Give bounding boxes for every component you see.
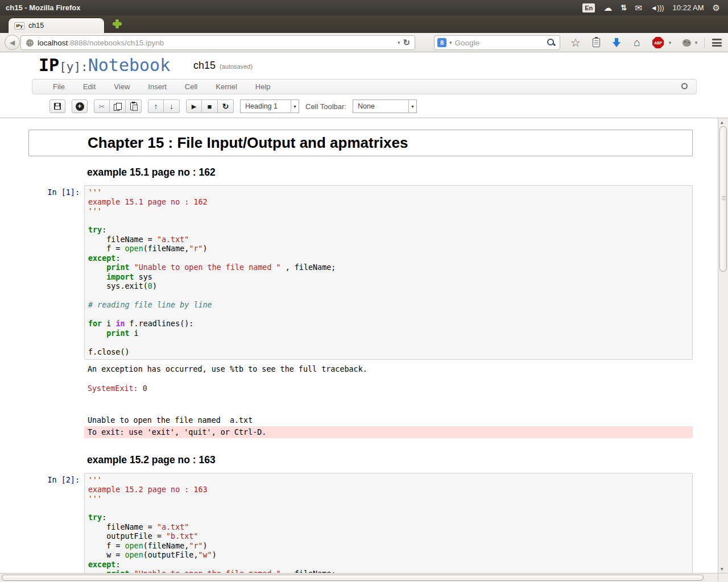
notebook-toolbar: + ✂ ↑ ↓ ▶ ■ ↻ Heading 1 ▾ Cell Toolbar: … [49,99,417,113]
play-icon: ▶ [192,103,196,110]
arrow-up-icon: ↑ [154,102,158,111]
url-domain: localhost [38,39,68,47]
url-path: :8888/notebooks/ch15.ipynb [68,39,395,47]
window-title: ch15 - Mozilla Firefox [0,3,582,12]
menu-edit[interactable]: Edit [74,82,105,91]
move-cell-down-button[interactable]: ↓ [164,99,180,113]
cell-toolbar-label: Cell Toolbar: [305,102,346,111]
arrow-down-icon: ↓ [169,102,173,111]
new-tab-button[interactable] [113,19,122,28]
browser-nav-bar: ◀ localhost :8888/notebooks/ch15.ipynb ▾… [0,33,728,52]
cloud-icon[interactable]: ☁ [603,3,612,12]
notebook-title[interactable]: ch15(autosaved) [193,60,253,72]
scrollbar-grip [722,196,726,201]
refresh-icon: ↻ [222,102,229,111]
menu-cell[interactable]: Cell [176,82,206,91]
chevron-down-icon: ▾ [291,100,299,113]
search-input[interactable]: Google [455,39,547,47]
scroll-up-arrow-icon[interactable]: ▴ [721,119,723,125]
toolbar-divider [704,38,705,48]
stop-icon: ■ [208,102,212,111]
keyboard-layout-indicator[interactable]: En [582,3,595,13]
system-tray: En ☁ ⇅ ✉ ◄))) 10:22 AM ⚙ [582,3,728,13]
cell-type-select[interactable]: Heading 1 ▾ [240,99,299,113]
stderr-text: To exit: use 'exit', 'quit', or Ctrl-D. [84,426,693,438]
menu-kernel[interactable]: Kernel [206,82,246,91]
notebook-content: Chapter 15 : File Input/Output and apmat… [0,118,718,573]
ipython-logo[interactable]: IP[y]:Notebook [39,55,170,75]
notebook-header: IP[y]:Notebook ch15(autosaved) [0,52,728,78]
gear-icon[interactable]: ⚙ [713,3,720,12]
save-icon [54,103,61,110]
back-button[interactable]: ◀ [5,35,20,50]
menu-insert[interactable]: Insert [139,82,176,91]
google-logo-icon[interactable]: 8 [437,38,446,47]
code-input-1[interactable]: '''example 15.1 page no : 162''' try: fi… [84,185,693,360]
bookmark-star-icon[interactable]: ☆ [568,33,584,52]
autosave-status: (autosaved) [220,63,253,70]
browser-tab-bar: IPy ch15 [0,15,728,33]
copy-cell-button[interactable] [110,99,126,113]
run-cell-button[interactable]: ▶ [186,99,202,113]
move-cell-up-button[interactable]: ↑ [148,99,164,113]
kernel-status-indicator [681,83,688,89]
mail-icon[interactable]: ✉ [635,3,642,12]
traceback-text: An exception has occurred, use %tb to se… [84,364,693,374]
adblock-plus-icon[interactable]: ABP [651,33,665,52]
code-input-2[interactable]: '''example 15.2 page no : 163''' try: fi… [84,473,693,573]
add-cell-button[interactable]: + [72,99,88,113]
search-bar[interactable]: 8 ▾ Google [434,35,560,50]
site-identity-globe-icon[interactable] [26,39,34,47]
chevron-down-icon: ▾ [408,100,416,113]
cell-toolbar-select[interactable]: None ▾ [353,99,417,113]
menu-help[interactable]: Help [246,82,280,91]
plus-circle-icon: + [76,102,84,111]
paste-icon [130,102,137,110]
home-icon[interactable]: ⌂ [629,33,645,52]
search-engine-caret-icon[interactable]: ▾ [446,40,455,45]
menu-view[interactable]: View [105,82,139,91]
example-1-heading[interactable]: example 15.1 page no : 162 [87,167,693,178]
url-dropdown-caret-icon[interactable]: ▾ [395,40,403,45]
search-icon[interactable] [547,38,556,47]
heading-cell-selected[interactable]: Chapter 15 : File Input/Output and apmat… [28,130,693,156]
horizontal-scrollbar-thumb[interactable] [2,575,704,581]
code-cell-2: In [2]: '''example 15.2 page no : 163'''… [28,473,693,573]
scroll-down-arrow-icon[interactable]: ▾ [721,566,723,572]
menu-hamburger-icon[interactable] [708,33,725,52]
restart-kernel-button[interactable]: ↻ [218,99,234,113]
example-2-heading[interactable]: example 15.2 page no : 163 [87,454,693,466]
save-button[interactable] [49,99,65,113]
addon-caret-icon[interactable]: ▾ [692,33,700,52]
unity-top-panel: ch15 - Mozilla Firefox En ☁ ⇅ ✉ ◄))) 10:… [0,0,728,15]
notebook-menu-bar: File Edit View Insert Cell Kernel Help [32,79,697,94]
error-text: SystemExit: 0 [84,384,693,393]
downloads-icon[interactable] [609,33,624,52]
vertical-scrollbar[interactable]: ▴ ▾ [718,118,728,573]
input-prompt-1: In [1]: [28,185,84,360]
reload-icon[interactable]: ↻ [403,38,415,48]
tab-ch15[interactable]: IPy ch15 [8,18,105,33]
code-cell-1: In [1]: '''example 15.1 page no : 162'''… [28,185,693,360]
vertical-scrollbar-thumb[interactable] [719,126,727,272]
adblock-caret-icon[interactable]: ▾ [666,33,674,52]
interrupt-kernel-button[interactable]: ■ [202,99,218,113]
output-area-1: An exception has occurred, use %tb to se… [84,364,693,438]
tab-label: ch15 [28,22,44,30]
url-bar[interactable]: localhost :8888/notebooks/ch15.ipynb ▾ ↻ [20,35,415,50]
input-prompt-2: In [2]: [28,473,84,573]
clock[interactable]: 10:22 AM [673,3,704,12]
copy-icon [114,103,122,110]
network-icon[interactable]: ⇅ [621,4,626,11]
bookmarks-menu-icon[interactable] [588,33,604,52]
cut-cell-button[interactable]: ✂ [94,99,110,113]
sound-icon[interactable]: ◄))) [651,5,664,11]
scissors-icon: ✂ [99,102,105,111]
chapter-heading: Chapter 15 : File Input/Output and apmat… [88,134,689,152]
scrollbar-corner [718,573,728,582]
paste-cell-button[interactable] [126,99,142,113]
stdout-text: Unable to open the file named a.txt [84,415,693,425]
horizontal-scrollbar[interactable] [0,573,718,582]
ipython-favicon: IPy [14,22,24,30]
menu-file[interactable]: File [44,82,74,91]
